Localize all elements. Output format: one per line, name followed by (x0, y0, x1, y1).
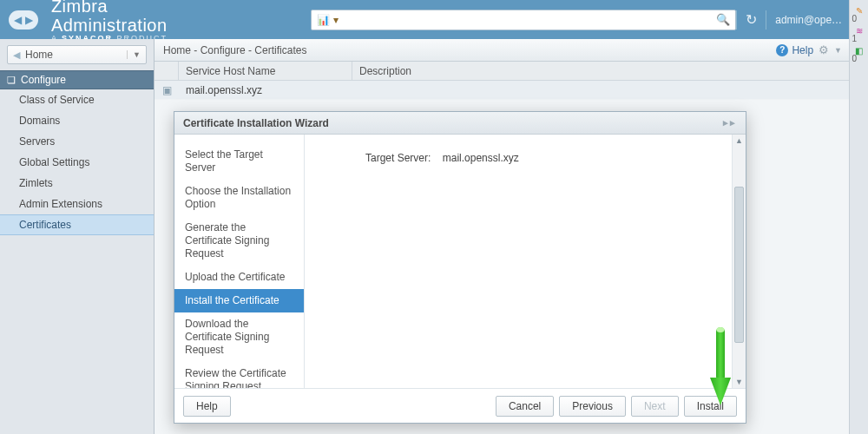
certificate-wizard-dialog: Certificate Installation Wizard ▸▸ Selec… (174, 111, 746, 424)
search-icon[interactable]: 🔍 (716, 13, 730, 26)
brand: Zimbra Administration A SYNACOR PRODUCT (51, 0, 189, 43)
cancel-button[interactable]: Cancel (496, 396, 554, 417)
dialog-drag-icon: ▸▸ (723, 117, 737, 128)
wizard-step[interactable]: Generate the Certificate Signing Request (174, 216, 304, 266)
help-button[interactable]: Help (183, 396, 231, 417)
dialog-title: Certificate Installation Wizard (183, 117, 329, 129)
search-input[interactable] (344, 13, 712, 27)
help-label: Help (792, 44, 813, 56)
top-bar: ◀ ▶ Zimbra Administration A SYNACOR PROD… (0, 0, 868, 39)
chevron-down-icon: ▼ (127, 50, 141, 59)
wizard-steps: Select the Target ServerChoose the Insta… (174, 135, 305, 388)
table-col-icon (155, 62, 179, 80)
row-host: mail.openssl.xyz (179, 84, 352, 96)
nav-back-icon: ◀ (14, 15, 22, 25)
dialog-footer: Help Cancel Previous Next Install (174, 388, 746, 423)
right-icon-strip: ✎0≋1◧0 (849, 0, 868, 434)
install-button[interactable]: Install (684, 396, 737, 417)
gear-icon[interactable]: ⚙ (819, 43, 829, 56)
top-right: ↻ admin@ope… ▼ (736, 10, 859, 30)
table-col-desc[interactable]: Description (352, 62, 868, 80)
help-icon: ? (776, 44, 788, 56)
search-box[interactable]: 📊 ▾ 🔍 (311, 10, 736, 30)
scroll-down-icon[interactable]: ▼ (733, 378, 746, 386)
table-header: Service Host Name Description (155, 62, 868, 81)
wizard-step[interactable]: Select the Target Server (174, 143, 304, 180)
chevron-left-icon: ◀ (13, 49, 20, 61)
previous-button[interactable]: Previous (559, 396, 626, 417)
wizard-step[interactable]: Upload the Certificate (174, 266, 304, 289)
status-strip-count: 0 (852, 54, 866, 63)
breadcrumb-bar: Home - Configure - Certificates ? Help ⚙… (155, 39, 868, 62)
nav-forward-icon: ▶ (25, 15, 33, 25)
table-col-host[interactable]: Service Host Name (179, 62, 352, 80)
scroll-up-icon[interactable]: ▲ (733, 136, 746, 145)
row-type-icon: ▣ (155, 84, 179, 96)
configure-icon: ❏ (7, 75, 16, 86)
search-area: 📊 ▾ 🔍 (311, 10, 736, 30)
status-strip-count: 1 (852, 34, 866, 43)
status-strip-count: 0 (852, 14, 866, 23)
sidebar-item-admin-extensions[interactable]: Admin Extensions (0, 194, 154, 214)
nav-history-pill[interactable]: ◀ ▶ (9, 10, 38, 30)
dialog-body: Select the Target ServerChoose the Insta… (174, 135, 746, 388)
gear-menu-caret-icon[interactable]: ▼ (834, 46, 842, 55)
help-link[interactable]: ? Help (776, 44, 813, 56)
home-label: Home (25, 49, 53, 61)
sidebar-item-servers[interactable]: Servers (0, 131, 154, 152)
divider (766, 10, 766, 30)
target-server-value: mail.openssl.xyz (443, 152, 519, 164)
sidebar-group-configure[interactable]: ❏ Configure (0, 70, 154, 89)
brand-title: Zimbra Administration (51, 0, 189, 35)
sidebar-group-label: Configure (21, 74, 66, 86)
wizard-step[interactable]: Download the Certificate Signing Request (174, 312, 304, 362)
reload-icon[interactable]: ↻ (746, 11, 757, 28)
account-label[interactable]: admin@ope… (775, 14, 842, 26)
sidebar: ◀ Home ▼ ❏ Configure Class of ServiceDom… (0, 39, 155, 434)
table-row[interactable]: ▣ mail.openssl.xyz (155, 81, 868, 100)
sidebar-item-certificates[interactable]: Certificates (0, 214, 154, 235)
sidebar-item-zimlets[interactable]: Zimlets (0, 173, 154, 194)
divider (736, 10, 737, 30)
target-server-label: Target Server: (365, 152, 431, 164)
breadcrumb: Home - Configure - Certificates (163, 44, 306, 56)
search-scope-icon[interactable]: 📊 ▾ (317, 14, 338, 26)
scroll-thumb[interactable] (734, 187, 744, 343)
wizard-step[interactable]: Install the Certificate (174, 289, 304, 312)
home-button[interactable]: ◀ Home ▼ (7, 45, 147, 64)
sidebar-item-domains[interactable]: Domains (0, 110, 154, 131)
wizard-step[interactable]: Choose the Installation Option (174, 180, 304, 216)
dialog-content: Target Server: mail.openssl.xyz ▲ ▼ (305, 135, 746, 388)
sidebar-item-global-settings[interactable]: Global Settings (0, 152, 154, 173)
wizard-step[interactable]: Review the Certificate Signing Request (174, 362, 304, 388)
dialog-titlebar[interactable]: Certificate Installation Wizard ▸▸ (174, 112, 746, 135)
dialog-scrollbar[interactable]: ▲ ▼ (732, 135, 746, 388)
next-button: Next (631, 396, 679, 417)
sidebar-item-class-of-service[interactable]: Class of Service (0, 89, 154, 110)
